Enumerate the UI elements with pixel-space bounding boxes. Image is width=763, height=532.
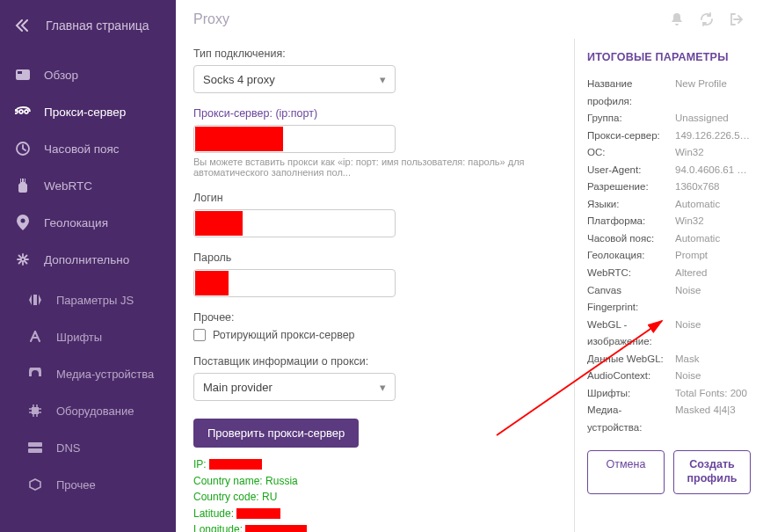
- provider-label: Поставщик информации о прокси:: [193, 355, 556, 368]
- param-key: WebRTC:: [587, 265, 675, 282]
- rotate-label: Ротирующий прокси-сервер: [213, 329, 355, 341]
- sidebar-item-label: Часовой пояс: [44, 142, 120, 156]
- param-rows: Название профиля:New ProfileГруппа:Unass…: [587, 76, 751, 436]
- rotate-checkbox[interactable]: [193, 329, 206, 341]
- sidebar: Главная страница ОбзорПрокси-серверЧасов…: [0, 0, 176, 532]
- param-val: Noise: [675, 368, 751, 385]
- param-key: Медиа-устройства:: [587, 402, 675, 436]
- media-icon: [26, 365, 44, 383]
- param-val: Automatic: [675, 196, 751, 214]
- param-key: Группа:: [587, 110, 675, 128]
- param-val: 149.126.226.55:13780/SOC...: [675, 128, 751, 145]
- sidebar-item-geo[interactable]: Геолокация: [0, 204, 176, 241]
- button-row: Отмена Создать профиль: [587, 450, 751, 493]
- param-val: Win32: [675, 213, 751, 230]
- param-val: Noise: [675, 317, 751, 351]
- param-key: User-Agent:: [587, 162, 675, 179]
- result-country-name: Country name: Russia: [193, 473, 298, 490]
- type-select[interactable]: Socks 4 proxy ▾: [193, 65, 396, 93]
- sidebar-item-label: Прочее: [56, 478, 96, 492]
- param-key: ОС:: [587, 144, 675, 162]
- content: Тип подключения: Socks 4 proxy ▾ Прокси-…: [176, 39, 763, 532]
- param-val: Masked 4|4|3: [675, 402, 751, 436]
- param-key: Название профиля:: [587, 76, 675, 110]
- param-key: Разрешение:: [587, 179, 675, 196]
- sidebar-subitem-hardware[interactable]: Оборудование: [0, 392, 176, 429]
- sidebar-item-label: Геолокация: [44, 216, 108, 230]
- nav-sub: Параметры JSШрифтыМедиа-устройстваОборуд…: [0, 281, 176, 503]
- sidebar-item-overview[interactable]: Обзор: [0, 56, 176, 93]
- param-key: Шрифты:: [587, 385, 675, 403]
- server-label: Прокси-сервер: (ip:порт): [193, 107, 556, 120]
- home-link[interactable]: Главная страница: [46, 18, 149, 33]
- main: Proxy Тип подключения: Socks 4 proxy ▾ П…: [176, 0, 763, 532]
- webrtc-icon: [14, 177, 32, 194]
- check-proxy-button[interactable]: Проверить прокси-сервер: [193, 419, 359, 448]
- svg-rect-0: [16, 69, 30, 80]
- login-input[interactable]: [193, 209, 396, 237]
- password-input[interactable]: [193, 269, 396, 297]
- provider-select[interactable]: Main provider ▾: [193, 373, 396, 401]
- create-profile-button[interactable]: Создать профиль: [673, 450, 751, 493]
- param-key: Платформа:: [587, 213, 675, 230]
- sidebar-item-label: WebRTC: [44, 179, 92, 193]
- type-label: Тип подключения:: [193, 47, 556, 60]
- logout-icon[interactable]: [728, 11, 745, 28]
- sidebar-item-label: DNS: [56, 441, 80, 455]
- param-row: Языки:Automatic: [587, 196, 751, 214]
- param-row: Данные WebGL:Mask: [587, 351, 751, 368]
- sidebar-header: Главная страница: [0, 0, 176, 56]
- svg-rect-4: [24, 179, 25, 182]
- proxy-result: IP: Country name: Russia Country code: R…: [193, 456, 556, 532]
- login-label: Логин: [193, 192, 556, 204]
- advanced-icon: [14, 251, 32, 268]
- svg-point-5: [21, 219, 25, 223]
- sidebar-subitem-media[interactable]: Медиа-устройства: [0, 355, 176, 392]
- result-country-code: Country code: RU: [193, 489, 277, 506]
- proxy-icon: [14, 103, 32, 120]
- form-area: Тип подключения: Socks 4 proxy ▾ Прокси-…: [176, 39, 574, 532]
- svg-rect-7: [28, 442, 42, 447]
- row-login: Логин: [193, 192, 556, 237]
- param-row: Шрифты:Total Fonts: 200: [587, 385, 751, 403]
- param-row: WebGL - изображение:Noise: [587, 317, 751, 351]
- caret-down-icon: ▾: [380, 73, 386, 86]
- result-ip-key: IP:: [193, 456, 209, 473]
- sidebar-item-advanced[interactable]: Дополнительно: [0, 241, 176, 278]
- param-val: 94.0.4606.61 Windows: [675, 162, 751, 179]
- row-type: Тип подключения: Socks 4 proxy ▾: [193, 47, 556, 93]
- redacted-block: [195, 271, 229, 295]
- param-row: Группа:Unassigned: [587, 110, 751, 128]
- param-row: Прокси-сервер:149.126.226.55:13780/SOC..…: [587, 128, 751, 145]
- sidebar-item-webrtc[interactable]: WebRTC: [0, 167, 176, 204]
- bell-icon[interactable]: [668, 11, 686, 28]
- sidebar-item-timezone[interactable]: Часовой пояс: [0, 130, 176, 167]
- param-row: Часовой пояс:Automatic: [587, 230, 751, 248]
- param-row: Геолокация:Prompt: [587, 247, 751, 265]
- sidebar-item-proxy[interactable]: Прокси-сервер: [0, 93, 176, 130]
- sidebar-item-label: Дополнительно: [44, 253, 129, 266]
- sidebar-item-label: Прокси-сервер: [44, 106, 126, 119]
- collapse-icon[interactable]: [12, 16, 32, 35]
- param-key: Часовой пояс:: [587, 230, 675, 248]
- param-row: Медиа-устройства:Masked 4|4|3: [587, 402, 751, 436]
- rotate-row: Ротирующий прокси-сервер: [193, 329, 556, 341]
- row-server: Прокси-сервер: (ip:порт) Вы можете встав…: [193, 107, 556, 178]
- refresh-icon[interactable]: [698, 11, 716, 28]
- sidebar-subitem-fonts[interactable]: Шрифты: [0, 318, 176, 355]
- summary-panel: ИТОГОВЫЕ ПАРАМЕТРЫ Название профиля:New …: [574, 39, 763, 532]
- sidebar-subitem-dns[interactable]: DNS: [0, 429, 176, 466]
- sidebar-subitem-other[interactable]: Прочее: [0, 466, 176, 503]
- type-value: Socks 4 proxy: [203, 73, 275, 86]
- row-provider: Поставщик информации о прокси: Main prov…: [193, 355, 556, 401]
- redacted-chip: [209, 459, 262, 470]
- param-val: Win32: [675, 144, 751, 162]
- param-row: Платформа:Win32: [587, 213, 751, 230]
- sidebar-item-label: Оборудование: [56, 404, 134, 418]
- cancel-button[interactable]: Отмена: [587, 450, 665, 493]
- svg-rect-3: [21, 179, 22, 182]
- param-val: Altered: [675, 265, 751, 282]
- sidebar-subitem-js[interactable]: Параметры JS: [0, 281, 176, 318]
- server-input[interactable]: [193, 125, 396, 153]
- fonts-icon: [26, 328, 44, 346]
